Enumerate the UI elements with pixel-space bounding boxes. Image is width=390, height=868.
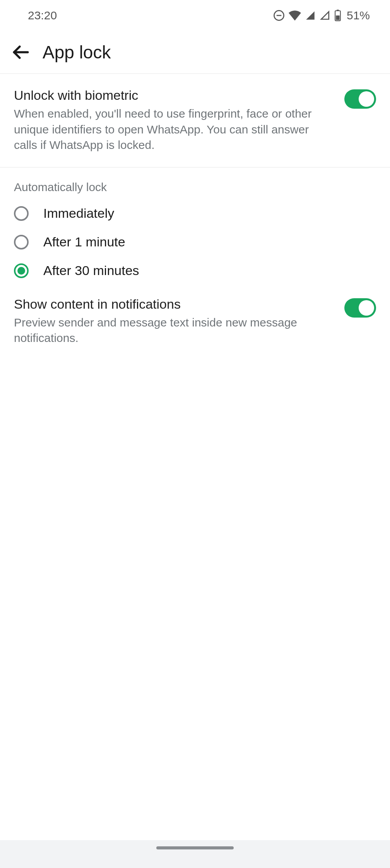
home-indicator[interactable] (156, 846, 234, 849)
signal-icon-1 (305, 10, 316, 21)
app-bar: App lock (0, 31, 390, 73)
battery-percent: 51% (347, 9, 370, 22)
setting-biometric-title: Unlock with biometric (14, 88, 335, 103)
svg-rect-4 (336, 15, 340, 20)
nav-bar (0, 840, 390, 868)
status-bar: 23:20 51% (0, 0, 390, 31)
radio-icon (14, 206, 29, 221)
radio-label: After 1 minute (43, 234, 125, 249)
radio-icon (14, 263, 29, 278)
setting-notifications-title: Show content in notifications (14, 297, 335, 312)
status-right-cluster: 51% (273, 9, 370, 22)
radio-label: Immediately (43, 206, 114, 221)
back-icon[interactable] (11, 43, 30, 62)
radio-icon (14, 235, 29, 249)
auto-lock-option-immediately[interactable]: Immediately (0, 199, 390, 228)
auto-lock-option-30min[interactable]: After 30 minutes (0, 256, 390, 285)
wifi-icon (289, 10, 301, 21)
setting-biometric-desc: When enabled, you'll need to use fingerp… (14, 106, 335, 153)
signal-icon-2 (320, 10, 330, 21)
auto-lock-option-1min[interactable]: After 1 minute (0, 228, 390, 256)
dnd-icon (273, 10, 285, 21)
setting-notifications[interactable]: Show content in notifications Preview se… (0, 285, 390, 360)
notifications-toggle[interactable] (344, 298, 376, 318)
page-title: App lock (43, 42, 111, 63)
setting-notifications-desc: Preview sender and message text inside n… (14, 315, 335, 346)
auto-lock-section-label: Automatically lock (0, 167, 390, 199)
battery-icon (334, 10, 341, 21)
status-time: 23:20 (28, 9, 57, 22)
biometric-toggle[interactable] (344, 89, 376, 109)
radio-label: After 30 minutes (43, 263, 139, 278)
setting-biometric[interactable]: Unlock with biometric When enabled, you'… (0, 74, 390, 167)
